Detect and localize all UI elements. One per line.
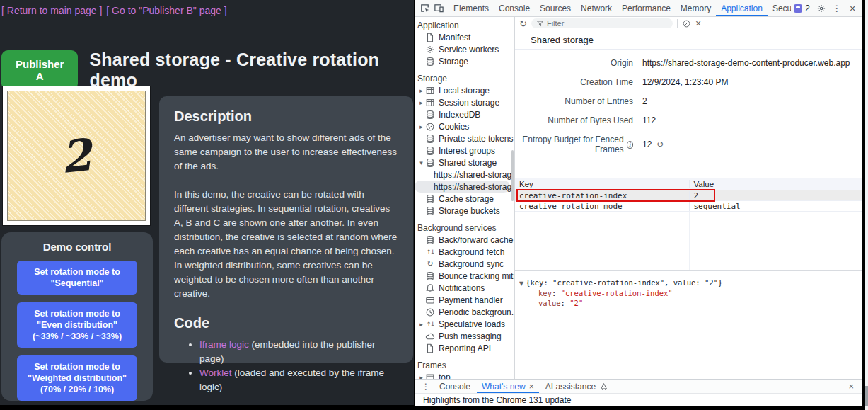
clear-all-icon[interactable] bbox=[682, 19, 691, 28]
devtools-tabs: Elements Console Sources Network Perform… bbox=[449, 0, 791, 16]
tab-sources[interactable]: Sources bbox=[535, 0, 576, 16]
window-edge-strip bbox=[865, 0, 868, 410]
sidebar-section-frames: Frames bbox=[415, 359, 514, 371]
kebab-menu-icon[interactable]: ⋮ bbox=[830, 2, 844, 15]
sidebar-section-background-services: Background services bbox=[415, 222, 514, 234]
close-tab-icon[interactable]: × bbox=[529, 382, 534, 392]
devtools-window: Elements Console Sources Network Perform… bbox=[414, 0, 862, 406]
drawer-menu-icon[interactable]: ⋮ bbox=[419, 382, 433, 392]
sidebar-item-private-state-tokens[interactable]: Private state tokens bbox=[415, 132, 514, 144]
chevron-right-icon: ▸ bbox=[417, 321, 425, 328]
inspect-element-icon[interactable] bbox=[417, 2, 432, 15]
up-down-arrows-icon: ↑↓ bbox=[425, 247, 435, 257]
tab-security[interactable]: Security bbox=[768, 0, 791, 16]
filter-input[interactable] bbox=[547, 19, 660, 28]
table-header-row: Key Value bbox=[515, 178, 862, 190]
set-sequential-button[interactable]: Set rotation mode to "Sequential" bbox=[17, 261, 137, 295]
sidebar-item-payment-handler[interactable]: Payment handler bbox=[415, 294, 514, 306]
sidebar-item-background-fetch[interactable]: ↑↓Background fetch bbox=[415, 246, 514, 258]
tab-application[interactable]: Application bbox=[716, 0, 768, 16]
publisher-page: [ Return to main page ] [ Go to "Publish… bbox=[0, 0, 414, 405]
sidebar-item-background-sync[interactable]: ↻Background sync bbox=[415, 258, 514, 270]
preview-property: value: "2" bbox=[519, 299, 858, 308]
sidebar-item-top-frame[interactable]: ▸top bbox=[415, 371, 514, 379]
sidebar-item-shared-storage-origin-1[interactable]: https://shared-storage... bbox=[415, 169, 514, 181]
sidebar-item-periodic-background-sync[interactable]: Periodic backgroun... bbox=[415, 306, 514, 318]
meta-label: Number of Bytes Used bbox=[515, 115, 633, 125]
whats-new-headline[interactable]: Highlights from the Chrome 131 update bbox=[423, 395, 571, 405]
shared-storage-panel: ↻ × Shared storage Origin https://shared… bbox=[515, 17, 862, 379]
meta-value: 112 bbox=[633, 115, 656, 125]
sidebar-item-shared-storage[interactable]: ▾Shared storage bbox=[415, 156, 514, 169]
demo-control-card: Demo control Set rotation mode to "Seque… bbox=[1, 232, 153, 401]
device-toolbar-icon[interactable] bbox=[432, 2, 446, 15]
key-value-table: Key Value creative-rotation-index 2 crea… bbox=[515, 178, 862, 270]
set-weighted-distribution-button[interactable]: Set rotation mode to "Weighted distribut… bbox=[17, 355, 137, 401]
refresh-icon[interactable]: ↻ bbox=[519, 18, 527, 29]
sidebar-item-manifest[interactable]: Manifest bbox=[415, 31, 514, 43]
header-row: Publisher A Shared storage - Creative ro… bbox=[1, 50, 414, 91]
sidebar-item-shared-storage-origin-2[interactable]: https://shared-storage... bbox=[415, 181, 510, 193]
sidebar-item-local-storage[interactable]: ▸Local storage bbox=[415, 84, 514, 96]
cell-value: sequential bbox=[689, 202, 863, 211]
sidebar-item-cache-storage[interactable]: Cache storage bbox=[415, 193, 514, 205]
sidebar-item-notifications[interactable]: Notifications bbox=[415, 282, 514, 294]
tab-network[interactable]: Network bbox=[576, 0, 617, 16]
ad-creative-frame[interactable]: 2 bbox=[3, 86, 150, 225]
drawer-tab-console[interactable]: Console bbox=[434, 380, 475, 393]
code-heading: Code bbox=[174, 315, 398, 331]
return-main-link[interactable]: [ Return to main page ] bbox=[1, 5, 102, 16]
column-header-value[interactable]: Value bbox=[689, 180, 863, 188]
delete-selected-icon[interactable]: × bbox=[695, 18, 701, 29]
sidebar-scrollbar[interactable] bbox=[511, 150, 514, 201]
sidebar-item-storage-buckets[interactable]: Storage buckets bbox=[415, 205, 514, 217]
publisher-b-link[interactable]: [ Go to "Publisher B" page ] bbox=[106, 5, 226, 16]
tab-memory[interactable]: Memory bbox=[676, 0, 716, 16]
close-drawer-icon[interactable]: × bbox=[844, 381, 858, 392]
cell-value: 2 bbox=[689, 191, 863, 200]
sidebar-item-storage[interactable]: Storage bbox=[415, 55, 514, 67]
sidebar-item-back-forward-cache[interactable]: Back/forward cache bbox=[415, 234, 514, 246]
publisher-a-badge[interactable]: Publisher A bbox=[1, 50, 78, 90]
expander-down-icon[interactable]: ▼ bbox=[519, 280, 523, 287]
description-heading: Description bbox=[174, 108, 398, 125]
tab-elements[interactable]: Elements bbox=[449, 0, 494, 16]
preview-summary[interactable]: ▼{key: "creative-rotation-index", value:… bbox=[519, 278, 858, 288]
tab-performance[interactable]: Performance bbox=[617, 0, 676, 16]
column-header-key[interactable]: Key bbox=[515, 180, 689, 188]
edge-scrollbar-thumb[interactable] bbox=[865, 386, 868, 406]
description-card: Description An advertiser may want to sh… bbox=[159, 96, 413, 363]
info-icon[interactable]: i bbox=[627, 141, 633, 149]
top-nav: [ Return to main page ] [ Go to "Publish… bbox=[0, 0, 414, 16]
tab-console[interactable]: Console bbox=[494, 0, 535, 16]
sidebar-item-cookies[interactable]: ▸Cookies bbox=[415, 120, 514, 132]
iframe-logic-link[interactable]: Iframe logic bbox=[199, 339, 249, 350]
worklet-link[interactable]: Worklet bbox=[199, 368, 232, 378]
close-devtools-icon[interactable]: × bbox=[845, 2, 860, 15]
sidebar-item-indexeddb[interactable]: IndexedDB bbox=[415, 108, 514, 120]
notifications-badge[interactable]: 2 bbox=[791, 4, 813, 13]
sidebar-item-session-storage[interactable]: ▸Session storage bbox=[415, 96, 514, 108]
meta-value: 12/9/2024, 1:23:40 PM bbox=[633, 77, 728, 87]
meta-row-number-of-entries: Number of Entries 2 bbox=[515, 96, 862, 106]
whats-new-badge-icon bbox=[794, 4, 802, 13]
sidebar-item-speculative-loads[interactable]: ▸↑↓Speculative loads bbox=[415, 318, 514, 330]
settings-gear-icon[interactable] bbox=[814, 2, 828, 15]
set-even-distribution-button[interactable]: Set rotation mode to "Even distribution"… bbox=[17, 302, 137, 348]
sidebar-item-bounce-tracking[interactable]: Bounce tracking miti... bbox=[415, 270, 514, 282]
table-row[interactable]: creative-rotation-index 2 bbox=[515, 190, 862, 201]
sidebar-item-interest-groups[interactable]: Interest groups bbox=[415, 144, 514, 156]
sidebar-item-push-messaging[interactable]: Push messaging bbox=[415, 330, 514, 342]
reset-budget-icon[interactable]: ↺ bbox=[656, 139, 664, 149]
sidebar-item-service-workers[interactable]: Service workers bbox=[415, 43, 514, 55]
table-row[interactable]: creative-rotation-mode sequential bbox=[515, 201, 862, 212]
drawer-tab-ai-assistance[interactable]: AI assistance bbox=[540, 380, 613, 393]
filter-box[interactable] bbox=[531, 18, 673, 28]
sidebar-item-reporting-api[interactable]: Reporting API bbox=[415, 342, 514, 354]
demo-control-title: Demo control bbox=[1, 241, 153, 253]
cell-key: creative-rotation-index bbox=[515, 191, 689, 200]
badge-count: 2 bbox=[805, 4, 810, 13]
up-down-arrows-icon: ↑↓ bbox=[425, 319, 435, 329]
drawer-tab-whats-new[interactable]: What's new× bbox=[477, 380, 539, 393]
meta-value: 2 bbox=[633, 96, 647, 106]
